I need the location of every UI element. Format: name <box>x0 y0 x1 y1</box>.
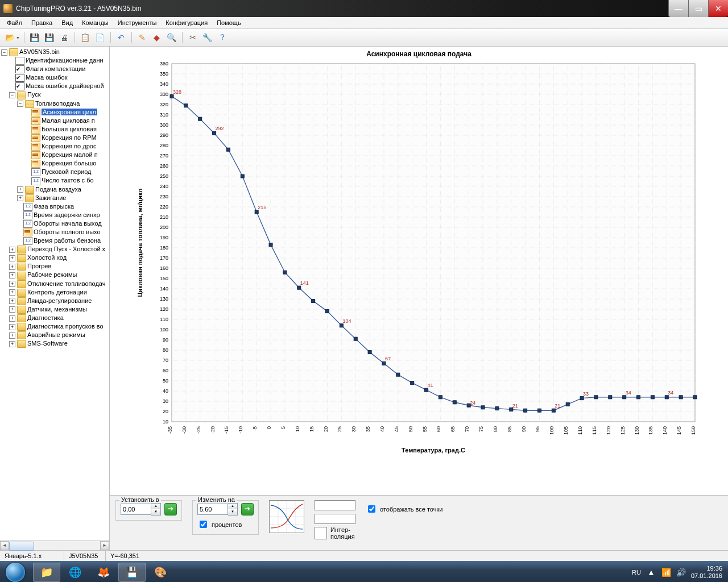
tray-date[interactable]: 07.01.2016 <box>691 572 722 580</box>
tree-ident[interactable]: Идентификационные данн <box>26 57 104 64</box>
tree-zazh[interactable]: Зажигание <box>35 194 67 201</box>
tree-lambda[interactable]: Лямда-регулирование <box>27 297 92 304</box>
taskbar-chiptuning-icon[interactable]: 💾 <box>118 563 146 582</box>
tree-root[interactable]: A5V05N35.bin <box>19 48 60 55</box>
paste-button[interactable]: 📄 <box>94 31 106 44</box>
edit-button[interactable]: ✎ <box>136 31 148 44</box>
tray-flag-icon[interactable]: ▲ <box>647 568 656 577</box>
save-button[interactable]: 💾 <box>28 31 41 44</box>
tree-faza[interactable]: Фаза впрыска <box>34 203 74 210</box>
svg-rect-166 <box>410 381 413 385</box>
save-all-button[interactable]: 💾 <box>43 31 56 44</box>
tray-network-icon[interactable]: 📶 <box>661 568 671 577</box>
svg-rect-157 <box>283 271 286 274</box>
chart-plot[interactable]: 1020304050607080901001101201301401501601… <box>132 58 706 456</box>
pattern-button-1[interactable] <box>315 500 355 510</box>
set-value-input[interactable] <box>121 504 151 515</box>
tree-avar[interactable]: Аварийные режимы <box>27 331 85 338</box>
maximize-button[interactable]: ▭ <box>688 0 708 17</box>
percent-checkbox[interactable] <box>200 521 207 528</box>
change-value-input[interactable] <box>197 504 228 515</box>
tree-topl[interactable]: Топливоподача <box>35 100 80 107</box>
svg-rect-169 <box>453 401 456 404</box>
mini-preview-chart[interactable] <box>269 500 304 533</box>
tree-diag[interactable]: Диагностика <box>27 314 64 321</box>
tray-time[interactable]: 19:36 <box>706 565 722 572</box>
tree-holost[interactable]: Холостой ход <box>27 254 67 261</box>
tool-b-button[interactable]: 🔧 <box>201 31 214 44</box>
set-value-spinner[interactable]: ▲▼ <box>151 503 161 516</box>
tree-otkl[interactable]: Отключение топливоподач <box>27 280 105 287</box>
tray-lang[interactable]: RU <box>632 569 641 576</box>
tool-a-button[interactable]: ✂ <box>187 31 199 44</box>
tray-volume-icon[interactable]: 🔊 <box>676 568 685 577</box>
menu-tools[interactable]: Инструменты <box>113 18 162 27</box>
tree-pusk[interactable]: Пуск <box>27 91 41 98</box>
tree-obpoln[interactable]: Обороты полного выхо <box>34 228 101 235</box>
menu-view[interactable]: Вид <box>57 18 77 27</box>
tree-rpm[interactable]: Коррекция по RPM <box>42 134 97 141</box>
taskbar-explorer-icon[interactable]: 📁 <box>33 563 60 582</box>
menu-help[interactable]: Помощь <box>212 18 246 27</box>
compare-button[interactable]: ◆ <box>151 31 163 44</box>
undo-button[interactable]: ↶ <box>115 31 127 44</box>
taskbar-chrome-icon[interactable]: 🌐 <box>61 563 89 582</box>
svg-rect-161 <box>340 324 343 327</box>
tree-progrev[interactable]: Прогрев <box>27 263 51 269</box>
tree-dros[interactable]: Коррекция по дрос <box>42 143 96 149</box>
tree-vzad[interactable]: Время задержки синхр <box>34 211 100 218</box>
tree-datch[interactable]: Датчики, механизмы <box>27 306 87 313</box>
change-value-spinner[interactable]: ▲▼ <box>228 503 238 516</box>
tree-kmaloi[interactable]: Коррекция малой п <box>42 151 98 158</box>
windows-taskbar: 📁 🌐 🦊 💾 🎨 RU ▲ 📶 🔊 19:36 07.01.2016 <box>0 561 728 582</box>
minimize-button[interactable]: — <box>668 0 688 17</box>
close-button[interactable]: ✕ <box>708 0 728 17</box>
show-all-points-checkbox[interactable] <box>368 505 375 513</box>
menu-edit[interactable]: Правка <box>27 18 57 27</box>
start-button[interactable] <box>0 561 31 582</box>
tree-vozd[interactable]: Подача воздуха <box>35 186 81 193</box>
open-button[interactable]: 📂 <box>3 31 16 44</box>
svg-text:130: 130 <box>159 296 168 302</box>
tree-dprop[interactable]: Диагностика пропусков во <box>27 323 104 330</box>
tree-async[interactable]: Асинхронная цикл <box>42 109 97 115</box>
set-value-apply-button[interactable]: ➔ <box>164 503 177 516</box>
help-button[interactable]: ？ <box>216 31 229 44</box>
svg-text:130: 130 <box>634 426 639 435</box>
taskbar-paint-icon[interactable]: 🎨 <box>147 563 174 582</box>
tree-mask2[interactable]: Маска ошибок драйверной <box>26 82 104 89</box>
svg-text:30: 30 <box>351 426 357 432</box>
change-value-apply-button[interactable]: ➔ <box>241 503 254 516</box>
project-tree[interactable]: −A5V05N35.bin Идентификационные данн Фла… <box>0 47 109 541</box>
print-button[interactable]: 🖨 <box>58 31 71 44</box>
menu-commands[interactable]: Команды <box>77 18 113 27</box>
tree-deton[interactable]: Контроль детонации <box>27 289 87 296</box>
tree-sms[interactable]: SMS-Software <box>27 340 68 347</box>
interpolation-icon[interactable] <box>315 527 327 539</box>
open-dropdown-icon[interactable]: ▼ <box>16 36 20 40</box>
change-value-label: Изменить на <box>196 496 237 503</box>
menu-file[interactable]: Файл <box>2 18 27 27</box>
tree-obnach[interactable]: Обороты начала выход <box>34 220 102 227</box>
chart-area[interactable]: Асинхронная цикловая подача 102030405060… <box>110 47 728 495</box>
tree-rabrezh[interactable]: Рабочие режимы <box>27 271 77 278</box>
tree-takt[interactable]: Число тактов с бо <box>42 177 94 184</box>
svg-text:65: 65 <box>450 426 456 432</box>
svg-text:140: 140 <box>662 426 668 435</box>
tree-pperiod[interactable]: Пусковой период <box>42 168 92 175</box>
svg-text:170: 170 <box>159 255 168 261</box>
tree-small[interactable]: Малая цикловая п <box>42 117 95 124</box>
tree-vrab[interactable]: Время работы бензона <box>34 237 101 244</box>
search-icon[interactable]: 🔍 <box>166 31 178 44</box>
pattern-button-2[interactable] <box>315 514 355 524</box>
tree-big[interactable]: Большая цикловая <box>42 126 97 132</box>
copy-button[interactable]: 📋 <box>79 31 92 44</box>
taskbar-firefox-icon[interactable]: 🦊 <box>90 563 117 582</box>
tree-horizontal-scrollbar[interactable] <box>0 541 109 550</box>
tree-mask1[interactable]: Маска ошибок <box>26 74 67 81</box>
tree-kbols[interactable]: Коррекция большо <box>42 160 96 167</box>
tree-flags[interactable]: Флаги комплектации <box>26 65 85 72</box>
svg-text:80: 80 <box>162 347 168 353</box>
tree-perehod[interactable]: Переход Пуск - Холостой х <box>27 246 105 252</box>
menu-config[interactable]: Конфигурация <box>161 18 212 27</box>
